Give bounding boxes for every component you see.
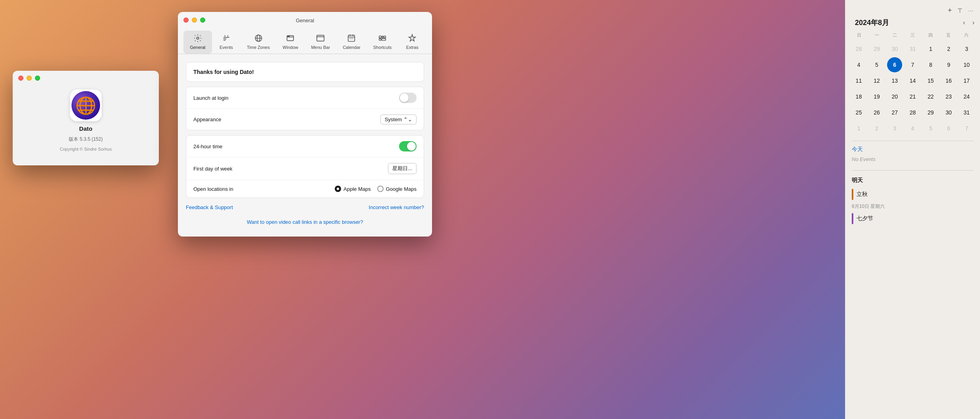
- cal-day[interactable]: 7: [905, 57, 920, 72]
- apple-maps-radio[interactable]: [335, 186, 341, 192]
- hour24-row: 24-hour time: [186, 136, 424, 157]
- cal-day[interactable]: 30: [887, 41, 902, 56]
- cal-event-dot-2: [852, 213, 853, 224]
- cal-next-button[interactable]: ›: [970, 18, 977, 27]
- tab-events[interactable]: Events: [212, 31, 241, 54]
- svg-rect-23: [382, 36, 383, 38]
- cal-day[interactable]: 29: [923, 105, 938, 120]
- tab-general[interactable]: General: [183, 31, 212, 54]
- cal-day[interactable]: 23: [941, 89, 956, 104]
- cal-day[interactable]: 1: [851, 121, 866, 136]
- app-icon-wrapper: [70, 89, 102, 121]
- tab-calendar[interactable]: Calendar: [336, 31, 367, 54]
- about-titlebar: [13, 71, 159, 85]
- cal-day[interactable]: 5: [869, 57, 884, 72]
- cal-day[interactable]: 3: [959, 41, 974, 56]
- cal-day[interactable]: 6: [941, 121, 956, 136]
- video-call-link[interactable]: Want to open video call links in a speci…: [247, 219, 363, 225]
- cal-day[interactable]: 26: [869, 105, 884, 120]
- hour24-toggle[interactable]: [399, 141, 417, 151]
- cal-divider: [852, 141, 974, 141]
- cal-day[interactable]: 4: [851, 57, 866, 72]
- settings-close-button[interactable]: [183, 17, 189, 23]
- cal-day[interactable]: 28: [851, 41, 866, 56]
- cal-day[interactable]: 31: [905, 41, 920, 56]
- cal-day-today[interactable]: 6: [887, 57, 902, 72]
- tab-timezones[interactable]: Time Zones: [241, 31, 276, 54]
- cal-add-button[interactable]: +: [948, 6, 952, 15]
- calendar-icon: [347, 33, 356, 43]
- apple-maps-option[interactable]: Apple Maps: [335, 186, 371, 192]
- cal-prev-button[interactable]: ‹: [961, 18, 967, 27]
- launch-at-login-label: Launch at login: [193, 95, 228, 101]
- cal-day[interactable]: 2: [941, 41, 956, 56]
- first-day-select[interactable]: 星期日...: [388, 163, 417, 174]
- appearance-label: Appearance: [193, 116, 221, 122]
- cal-event-2: 七夕节: [845, 211, 980, 226]
- cal-day[interactable]: 12: [869, 73, 884, 88]
- cal-day[interactable]: 15: [923, 73, 938, 88]
- cal-day[interactable]: 24: [959, 89, 974, 104]
- close-button[interactable]: [18, 76, 23, 81]
- google-maps-radio[interactable]: [377, 186, 384, 192]
- cal-day[interactable]: 22: [923, 89, 938, 104]
- settings-body: Thanks for using Dato! Launch at login A…: [178, 54, 432, 237]
- tab-window[interactable]: Window: [276, 31, 305, 54]
- cal-pin-button[interactable]: ⊤: [957, 7, 963, 14]
- settings-minimize-button[interactable]: [192, 17, 197, 23]
- maximize-button[interactable]: [35, 76, 40, 81]
- cal-event-1: 立秋: [845, 187, 980, 202]
- minimize-button[interactable]: [27, 76, 32, 81]
- cal-day[interactable]: 11: [851, 73, 866, 88]
- toggle-knob: [400, 93, 409, 102]
- tab-window-label: Window: [283, 45, 298, 50]
- open-locations-row: Open locations in Apple Maps Google Maps: [186, 180, 424, 198]
- settings-card-1: Launch at login Appearance System ⌃⌄: [186, 87, 424, 130]
- cal-day[interactable]: 21: [905, 89, 920, 104]
- cal-day[interactable]: 25: [851, 105, 866, 120]
- cal-day[interactable]: 30: [941, 105, 956, 120]
- first-day-label: First day of week: [193, 166, 232, 172]
- cal-day[interactable]: 2: [869, 121, 884, 136]
- cal-day[interactable]: 9: [941, 57, 956, 72]
- cal-day[interactable]: 27: [887, 105, 902, 120]
- cal-day[interactable]: 8: [923, 57, 938, 72]
- cal-day[interactable]: 13: [887, 73, 902, 88]
- cal-today-link[interactable]: 今天: [845, 146, 980, 155]
- tab-shortcuts[interactable]: Shortcuts: [367, 31, 398, 54]
- launch-at-login-toggle[interactable]: [399, 93, 417, 103]
- cal-day[interactable]: 17: [959, 73, 974, 88]
- cal-day[interactable]: 7: [959, 121, 974, 136]
- cal-day[interactable]: 20: [887, 89, 902, 104]
- svg-point-11: [288, 36, 288, 37]
- cal-day[interactable]: 16: [941, 73, 956, 88]
- cal-day[interactable]: 31: [959, 105, 974, 120]
- cal-weekdays: 日 一 二 三 四 五 六: [850, 31, 975, 40]
- cal-month-nav: 2024年8月 ‹ ›: [845, 18, 980, 31]
- appearance-select[interactable]: System ⌃⌄: [380, 114, 417, 124]
- weekday-wed: 三: [904, 31, 922, 40]
- cal-day[interactable]: 19: [869, 89, 884, 104]
- cal-day[interactable]: 1: [923, 41, 938, 56]
- incorrect-week-link[interactable]: Incorrect week number?: [369, 204, 424, 210]
- cal-day[interactable]: 4: [905, 121, 920, 136]
- cal-day[interactable]: 28: [905, 105, 920, 120]
- tab-extras[interactable]: Extras: [398, 31, 426, 54]
- cal-day[interactable]: 3: [887, 121, 902, 136]
- cal-day[interactable]: 29: [869, 41, 884, 56]
- feedback-link[interactable]: Feedback & Support: [186, 204, 233, 210]
- cal-day[interactable]: 14: [905, 73, 920, 88]
- cal-day[interactable]: 5: [923, 121, 938, 136]
- cal-more-button[interactable]: ···: [968, 8, 974, 14]
- tab-menubar[interactable]: Menu Bar: [305, 31, 336, 54]
- google-maps-option[interactable]: Google Maps: [377, 186, 417, 192]
- settings-traffic-lights: [183, 17, 205, 23]
- cal-day[interactable]: 18: [851, 89, 866, 104]
- cal-action-buttons: + ⊤ ···: [948, 6, 974, 15]
- cal-days: 28 29 30 31 1 2 3 4 5 6 7 8 9 10 11 12 1…: [850, 41, 975, 136]
- cal-day[interactable]: 10: [959, 57, 974, 72]
- maps-radio-group: Apple Maps Google Maps: [335, 186, 417, 192]
- settings-maximize-button[interactable]: [200, 17, 205, 23]
- tab-shortcuts-label: Shortcuts: [373, 45, 392, 50]
- tab-events-label: Events: [220, 45, 233, 50]
